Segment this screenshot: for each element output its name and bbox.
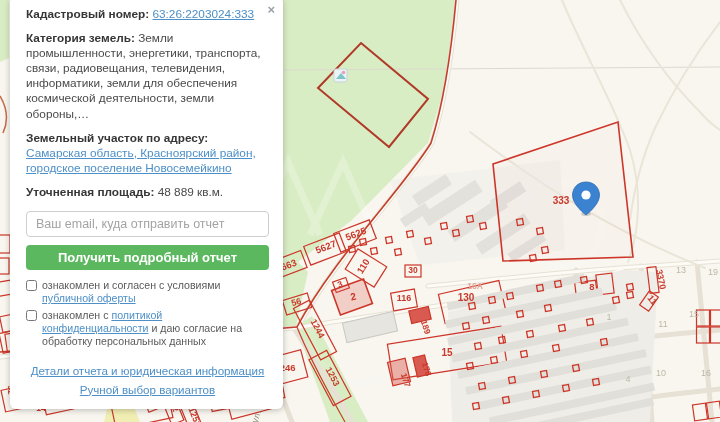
report-panel: × Кадастровый номер: 63:26:2203024:333 К…: [10, 0, 283, 409]
area-value: 48 889 кв.м.: [158, 185, 223, 199]
manual-selection-link[interactable]: Ручной выбор вариантов: [26, 381, 269, 400]
map-label: 30: [408, 265, 418, 275]
area-row: Уточненная площадь: 48 889 кв.м.: [26, 185, 269, 200]
privacy-consent-text-start: ознакомлен с: [42, 309, 108, 321]
map-label: 16А: [467, 281, 483, 291]
land-category-row: Категория земель: Земли промышленности, …: [26, 31, 269, 122]
public-offer-link[interactable]: публичной оферты: [42, 292, 136, 304]
land-category-label: Категория земель:: [26, 31, 135, 45]
map-label: 1: [606, 312, 611, 322]
map-label: 4: [625, 374, 630, 384]
close-icon[interactable]: ×: [267, 3, 275, 16]
privacy-consent-row: ознакомлен с политикой конфиденциальност…: [26, 309, 269, 349]
map-label: 11: [658, 319, 667, 329]
map-label: 19: [708, 267, 718, 277]
area-label: Уточненная площадь:: [26, 185, 154, 199]
photo-thumbnail-icon[interactable]: [334, 69, 347, 82]
map-label: 10: [656, 368, 666, 378]
map-label: 333: [553, 195, 570, 206]
map-label: 8: [589, 281, 594, 292]
cadastral-number-link[interactable]: 63:26:2203024:333: [152, 7, 254, 21]
panel-footer-links: Детали отчета и юридическая информация Р…: [26, 362, 269, 399]
offer-consent-checkbox[interactable]: [26, 280, 37, 291]
cadastral-number-row: Кадастровый номер: 63:26:2203024:333: [26, 7, 269, 22]
offer-consent-text: ознакомлен и согласен с условиями: [42, 279, 220, 291]
address-row: Земельный участок по адресу: Самарская о…: [26, 131, 269, 176]
map-label: 116: [397, 293, 412, 303]
address-label: Земельный участок по адресу:: [26, 131, 208, 145]
address-link[interactable]: Самарская область, Красноярский район, г…: [26, 146, 256, 175]
map-label: 16: [701, 368, 711, 378]
map-label: 15: [441, 347, 453, 358]
offer-consent-row: ознакомлен и согласен с условиями публич…: [26, 279, 269, 305]
map-label: 13: [676, 265, 686, 275]
privacy-consent-checkbox[interactable]: [26, 310, 37, 321]
map-label: 130: [458, 292, 475, 303]
email-input[interactable]: [26, 211, 269, 237]
report-details-link[interactable]: Детали отчета и юридическая информация: [26, 362, 269, 381]
map-label: 15: [689, 309, 699, 319]
cadastral-number-label: Кадастровый номер:: [26, 7, 149, 21]
get-report-button[interactable]: Получить подробный отчет: [26, 245, 269, 270]
